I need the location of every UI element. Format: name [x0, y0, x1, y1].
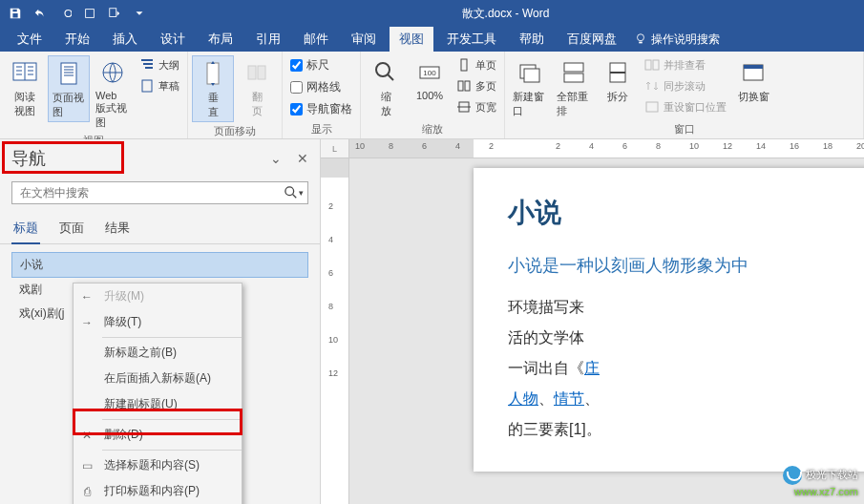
tab-design[interactable]: 设计: [151, 27, 195, 52]
search-icon[interactable]: ▾: [281, 182, 307, 203]
ribbon-group-window: 新建窗口 全部重排 拆分 并排查看 同步滚动 重设窗口位置 切换窗 窗口: [505, 52, 864, 138]
side-by-side-button[interactable]: 并排查看: [641, 55, 730, 74]
svg-rect-20: [564, 74, 583, 82]
ribbon-group-views: 阅读 视图 页面视图 Web 版式视图 大纲 草稿 视图: [0, 52, 188, 138]
svg-rect-6: [142, 80, 152, 92]
nav-pane-checkbox[interactable]: 导航窗格: [286, 99, 356, 119]
context-menu-item[interactable]: →降级(T): [74, 309, 242, 335]
qat-icon[interactable]: [103, 2, 126, 25]
draft-button[interactable]: 草稿: [136, 76, 183, 95]
ruler-checkbox[interactable]: 标尺: [286, 55, 356, 75]
menu-item-label: 降级(T): [104, 314, 141, 330]
svg-point-27: [285, 187, 294, 196]
context-menu-item[interactable]: ⎙打印标题和内容(P): [74, 478, 242, 504]
menu-item-icon: [79, 371, 95, 387]
doc-body: 环境描写来活的文学体一词出自《庄人物、情节、的三要素[1]。: [508, 292, 864, 445]
split-button[interactable]: 拆分: [597, 55, 639, 106]
svg-rect-19: [564, 63, 583, 72]
lightbulb-icon: [634, 32, 647, 46]
context-menu: ←升级(M)→降级(T)新标题之前(B)在后面插入新标题(A)新建副标题(U)✕…: [73, 283, 242, 504]
tab-baidu[interactable]: 百度网盘: [558, 27, 626, 52]
context-menu-item: ←升级(M): [74, 284, 242, 309]
sync-scroll-button[interactable]: 同步滚动: [641, 76, 730, 95]
svg-point-10: [376, 63, 390, 76]
context-menu-item[interactable]: ▭选择标题和内容(S): [74, 452, 242, 478]
context-menu-item[interactable]: 新标题之前(B): [74, 340, 242, 366]
menu-item-label: 升级(M): [104, 288, 144, 304]
context-menu-item[interactable]: 在后面插入新标题(A): [74, 366, 242, 391]
tab-dev[interactable]: 开发工具: [437, 27, 506, 52]
tab-view[interactable]: 视图: [390, 27, 433, 52]
menu-item-icon: ←: [79, 289, 95, 304]
svg-rect-26: [744, 65, 763, 69]
nav-title: 导航: [11, 147, 46, 170]
nav-tab-pages[interactable]: 页面: [57, 216, 86, 243]
zoom-100-button[interactable]: 100100%: [409, 55, 451, 103]
tab-layout[interactable]: 布局: [199, 27, 242, 52]
menu-item-label: 新建副标题(U): [104, 396, 178, 412]
ribbon-group-show: 标尺 网格线 导航窗格 显示: [283, 52, 361, 138]
horizontal-ruler[interactable]: 1086422468101214161820: [349, 139, 864, 158]
tab-help[interactable]: 帮助: [510, 27, 554, 52]
svg-rect-7: [207, 63, 219, 84]
switch-window-button[interactable]: 切换窗: [732, 55, 774, 106]
arrange-all-button[interactable]: 全部重排: [553, 55, 595, 120]
menu-item-icon: ▭: [79, 458, 95, 473]
tell-me-search[interactable]: 操作说明搜索: [634, 32, 720, 48]
document-area: L 1086422468101214161820 24681012 小说 小说是…: [321, 139, 864, 504]
gridlines-checkbox[interactable]: 网格线: [286, 77, 356, 97]
nav-tab-headings[interactable]: 标题: [11, 216, 40, 244]
reset-window-button[interactable]: 重设窗口位置: [641, 97, 730, 116]
close-icon[interactable]: ✕: [297, 151, 308, 166]
vertical-ruler[interactable]: 24681012: [321, 158, 349, 504]
tab-home[interactable]: 开始: [55, 27, 99, 52]
context-menu-item[interactable]: 新建副标题(U): [74, 391, 242, 417]
svg-point-2: [638, 34, 644, 41]
undo-icon[interactable]: [29, 2, 52, 25]
tab-references[interactable]: 引用: [246, 27, 290, 52]
search-input[interactable]: [12, 182, 281, 203]
svg-rect-8: [248, 66, 256, 79]
tab-file[interactable]: 文件: [8, 27, 52, 52]
nav-search[interactable]: ▾: [11, 181, 308, 204]
menu-item-icon: ⎙: [79, 484, 95, 499]
tab-review[interactable]: 审阅: [342, 27, 386, 52]
menu-item-label: 选择标题和内容(S): [104, 457, 200, 473]
context-menu-item[interactable]: ✕删除(D): [74, 422, 242, 448]
svg-rect-22: [645, 60, 651, 70]
svg-rect-1: [110, 9, 116, 17]
tab-mailings[interactable]: 邮件: [294, 27, 338, 52]
menu-item-icon: →: [79, 315, 95, 330]
document-page[interactable]: 小说 小说是一种以刻画人物形象为中 环境描写来活的文学体一词出自《庄人物、情节、…: [474, 168, 864, 472]
ribbon-group-zoom: 缩 放 100100% 单页 多页 页宽 缩放: [361, 52, 505, 138]
page-width-button[interactable]: 页宽: [453, 97, 500, 116]
svg-rect-9: [258, 66, 265, 79]
zoom-button[interactable]: 缩 放: [365, 55, 407, 120]
multi-page-button[interactable]: 多页: [453, 76, 500, 95]
svg-rect-13: [461, 59, 467, 71]
outline-button[interactable]: 大纲: [136, 55, 183, 74]
vertical-button[interactable]: 垂 直: [192, 55, 234, 122]
read-mode-button[interactable]: 阅读 视图: [4, 55, 46, 120]
qat-icon[interactable]: [78, 2, 101, 25]
one-page-button[interactable]: 单页: [453, 55, 500, 74]
watermark: 极光下载站 www.xz7.com: [783, 466, 858, 498]
save-icon[interactable]: [4, 2, 27, 25]
new-window-button[interactable]: 新建窗口: [509, 55, 551, 120]
svg-text:100: 100: [423, 69, 436, 77]
menu-item-icon: [79, 397, 95, 412]
print-layout-button[interactable]: 页面视图: [48, 55, 90, 122]
menu-item-label: 删除(D): [104, 427, 143, 443]
web-layout-button[interactable]: Web 版式视图: [92, 55, 134, 132]
qat-more-icon[interactable]: [128, 2, 151, 25]
redo-icon[interactable]: [53, 2, 76, 25]
svg-rect-23: [653, 60, 659, 70]
flip-button[interactable]: 翻 页: [236, 55, 278, 120]
nav-item[interactable]: 小说: [11, 252, 308, 278]
tab-insert[interactable]: 插入: [103, 27, 147, 52]
ribbon-group-page-move: 垂 直 翻 页 页面移动: [188, 52, 283, 138]
menu-item-label: 新标题之前(B): [104, 345, 177, 361]
chevron-down-icon[interactable]: ⌄: [270, 151, 282, 166]
svg-rect-18: [524, 69, 539, 82]
nav-tab-results[interactable]: 结果: [103, 216, 132, 243]
